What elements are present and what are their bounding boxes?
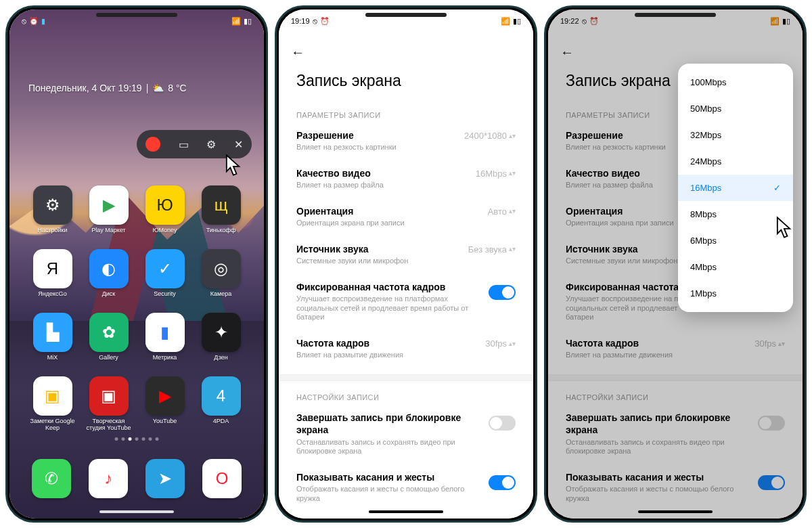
dnd-icon: ⦸ (313, 17, 317, 26)
app-Метрика[interactable]: ▮Метрика (137, 313, 193, 361)
phone-settings-popup: 19:22 ⦸ ⏰ 📶 ▮▯ ← Запись экрана ПАРАМЕТРЫ… (544, 5, 807, 523)
app-ЯндексGo[interactable]: ЯЯндексGo (24, 249, 81, 298)
bitrate-option-24Mbps[interactable]: 24Mbps (678, 148, 793, 175)
rec-indicator-icon: ▮ (41, 17, 45, 26)
app-Заметки-Google-Keep[interactable]: ▣Заметки Google Keep (24, 376, 81, 432)
bitrate-option-6Mbps[interactable]: 6Mbps (678, 227, 793, 254)
row-touch[interactable]: Показывать касания и жесты Отображать ка… (548, 464, 803, 511)
alarm-icon: ⏰ (29, 17, 39, 26)
app-4PDA[interactable]: 44PDA (193, 376, 249, 432)
signal-icon: 📶 (770, 17, 780, 26)
signal-icon: 📶 (501, 17, 510, 26)
alarm-icon: ⏰ (320, 17, 330, 26)
bitrate-option-100Mbps[interactable]: 100Mbps (678, 69, 793, 95)
row-lock[interactable]: Завершать запись при блокировке экрана О… (548, 404, 803, 464)
app-Тинькофф[interactable]: щТинькофф (193, 185, 249, 234)
signal-icon: 📶 (231, 17, 241, 26)
bitrate-option-1Mbps[interactable]: 1Mbps (678, 280, 793, 307)
app-ЮMoney[interactable]: ЮЮMoney (137, 185, 193, 234)
row-fps[interactable]: Частота кадров Влияет на размытие движен… (279, 330, 533, 368)
row-quality[interactable]: Качество видео Влияет на размер файла 16… (279, 160, 533, 198)
row-fps[interactable]: Частота кадров Влияет на размытие движен… (548, 330, 803, 368)
bitrate-option-4Mbps[interactable]: 4Mbps (678, 254, 793, 280)
switch-touch[interactable] (489, 475, 516, 490)
battery-icon: ▮▯ (513, 17, 521, 26)
section-header-rec: НАСТРОЙКИ ЗАПИСИ (279, 393, 533, 401)
alarm-icon: ⏰ (589, 17, 599, 26)
page-title: Запись экрана (566, 72, 671, 90)
app-Диск[interactable]: ◐Диск (81, 249, 137, 298)
page-title: Запись экрана (296, 72, 401, 90)
date-weather[interactable]: Понедельник, 4 Окт 19:19 | ⛅ 8 °C (28, 83, 187, 93)
home-indicator[interactable] (369, 510, 443, 513)
app-Gallery[interactable]: ✿Gallery (81, 313, 137, 361)
switch-lock[interactable] (758, 416, 785, 431)
dock-app-3[interactable]: O (202, 459, 242, 498)
switch-lock[interactable] (489, 416, 516, 431)
battery-icon: ▮▯ (782, 17, 790, 26)
app-Дзен[interactable]: ✦Дзен (193, 313, 249, 361)
dock-app-2[interactable]: ➤ (145, 459, 185, 498)
back-button[interactable]: ← (291, 45, 304, 60)
switch-touch[interactable] (758, 475, 785, 490)
app-Настройки[interactable]: ⚙Настройки (24, 185, 81, 234)
app-Security[interactable]: ✓Security (137, 249, 193, 298)
bitrate-option-8Mbps[interactable]: 8Mbps (678, 201, 793, 227)
recorder-files-icon[interactable]: ▭ (179, 138, 189, 151)
app-Play-Маркет[interactable]: ▶Play Маркет (81, 185, 137, 234)
record-button[interactable] (145, 137, 160, 152)
row-orientation[interactable]: Ориентация Ориентация экрана при записи … (279, 198, 533, 236)
recorder-close-icon[interactable]: ✕ (234, 138, 243, 151)
status-bar: 19:19 ⦸ ⏰ 📶 ▮▯ (279, 9, 533, 30)
app-YouTube[interactable]: ▶YouTube (137, 376, 193, 432)
bitrate-option-16Mbps[interactable]: 16Mbps (678, 175, 793, 201)
section-header-params: ПАРАМЕТРЫ ЗАПИСИ (279, 111, 533, 119)
phone-settings: 19:19 ⦸ ⏰ 📶 ▮▯ ← Запись экрана ПАРАМЕТРЫ… (275, 5, 537, 523)
phone-home: ⦸ ⏰ ▮ 📶 ▮▯ Понедельник, 4 Окт 19:19 | ⛅ … (5, 5, 268, 523)
app-Творческая-студия-YouTube[interactable]: ▣Творческая студия YouTube (81, 376, 137, 432)
back-button[interactable]: ← (560, 45, 574, 60)
dock-app-1[interactable]: ♪ (89, 459, 128, 498)
row-touch[interactable]: Показывать касания и жесты Отображать ка… (279, 464, 533, 511)
weather-icon: ⛅ (152, 83, 164, 93)
quality-popup: 100Mbps50Mbps32Mbps24Mbps16Mbps8Mbps6Mbp… (678, 64, 793, 312)
bitrate-option-50Mbps[interactable]: 50Mbps (678, 95, 793, 122)
row-resolution[interactable]: Разрешение Влияет на резкость картинки 2… (279, 122, 533, 160)
home-indicator[interactable] (638, 510, 713, 513)
battery-icon: ▮▯ (244, 17, 252, 26)
dnd-icon: ⦸ (582, 17, 587, 26)
recorder-toolbar: ▭ ⚙ ✕ (137, 130, 252, 158)
recorder-settings-icon[interactable]: ⚙ (206, 138, 216, 151)
row-lock[interactable]: Завершать запись при блокировке экрана О… (279, 404, 533, 464)
status-bar: 19:22 ⦸ ⏰ 📶 ▮▯ (548, 9, 803, 30)
page-indicator (115, 437, 159, 441)
dnd-icon: ⦸ (22, 17, 26, 26)
bitrate-option-32Mbps[interactable]: 32Mbps (678, 122, 793, 148)
status-bar: ⦸ ⏰ ▮ 📶 ▮▯ (9, 9, 264, 30)
home-indicator[interactable] (99, 510, 174, 513)
row-fixed-fps[interactable]: Фиксированная частота кадров Улучшает во… (279, 273, 533, 330)
switch-fixed-fps[interactable] (489, 285, 516, 300)
dock-app-0[interactable]: ✆ (32, 459, 71, 498)
row-audio[interactable]: Источник звука Системные звуки или микро… (279, 236, 533, 273)
app-MiX[interactable]: ▙MiX (24, 313, 81, 361)
app-Камера[interactable]: ◎Камера (193, 249, 249, 298)
